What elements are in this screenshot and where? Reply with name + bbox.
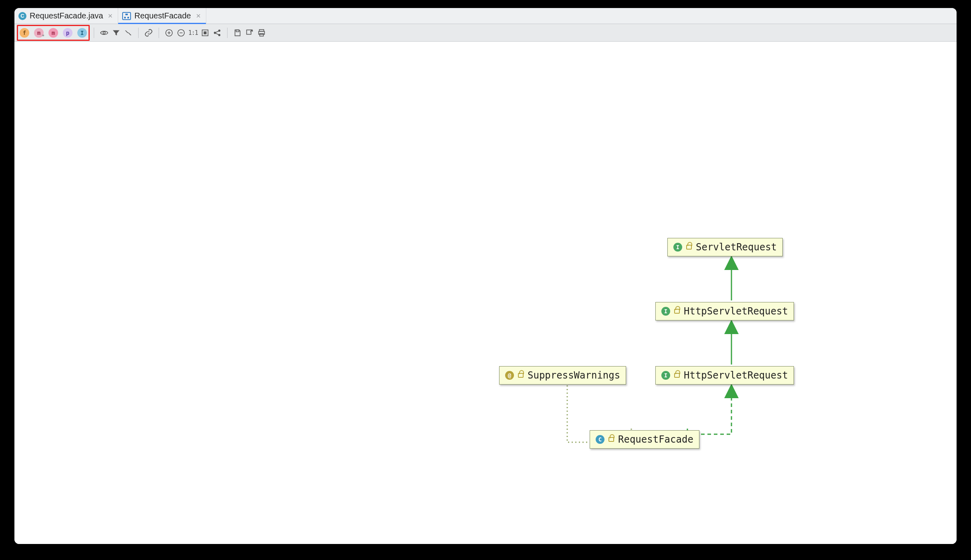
- diagram-canvas[interactable]: I ServletRequest I HttpServletRequest I …: [14, 42, 957, 544]
- toolbar-separator: [94, 28, 94, 38]
- share-button[interactable]: [211, 27, 223, 39]
- node-http-servlet-request-1[interactable]: I HttpServletRequest: [655, 302, 794, 320]
- lock-icon: [674, 309, 680, 314]
- node-label: RequestFacade: [618, 434, 693, 445]
- lock-icon: [518, 373, 524, 378]
- node-suppress-warnings[interactable]: @ SuppressWarnings: [499, 366, 626, 385]
- diagram-icon: [122, 12, 131, 20]
- zoom-actual-button[interactable]: 1:1: [187, 27, 199, 39]
- filter-constructors-button[interactable]: m: [34, 28, 44, 38]
- diagram-toolbar: f m m p I: [14, 24, 957, 42]
- edge-overlay: [14, 42, 957, 544]
- zoom-in-button[interactable]: [163, 27, 175, 39]
- close-icon[interactable]: ✕: [196, 12, 201, 20]
- tab-label: RequestFacade.java: [30, 11, 103, 20]
- filter-methods-button[interactable]: m: [48, 28, 58, 38]
- export-button[interactable]: [244, 27, 256, 39]
- filter-button[interactable]: [110, 27, 122, 39]
- svg-rect-4: [204, 32, 206, 34]
- lock-icon: [608, 437, 614, 442]
- node-http-servlet-request-2[interactable]: I HttpServletRequest: [655, 366, 794, 385]
- node-label: HttpServletRequest: [684, 306, 788, 317]
- zoom-out-button[interactable]: [175, 27, 187, 39]
- interface-badge-icon: I: [661, 371, 670, 380]
- toolbar-separator: [159, 28, 159, 38]
- close-icon[interactable]: ✕: [108, 12, 113, 20]
- save-button[interactable]: [232, 27, 244, 39]
- filter-fields-button[interactable]: f: [20, 28, 29, 38]
- editor-tabbar: C RequestFacade.java ✕ RequestFacade ✕: [14, 8, 957, 24]
- class-badge-icon: C: [596, 435, 604, 444]
- tab-requestfacade-diagram[interactable]: RequestFacade ✕: [118, 8, 206, 24]
- link-button[interactable]: [143, 27, 155, 39]
- tab-label: RequestFacade: [134, 11, 191, 20]
- lock-icon: [686, 245, 692, 250]
- class-icon: C: [18, 12, 26, 20]
- svg-point-7: [219, 34, 220, 36]
- visibility-button[interactable]: [98, 27, 110, 39]
- annotation-badge-icon: @: [505, 371, 514, 380]
- svg-point-0: [103, 32, 105, 34]
- tab-requestfacade-java[interactable]: C RequestFacade.java ✕: [14, 8, 118, 24]
- node-label: ServletRequest: [696, 242, 777, 253]
- toolbar-separator: [138, 28, 139, 38]
- interface-badge-icon: I: [673, 243, 682, 252]
- lock-icon: [674, 373, 680, 378]
- filter-inner-button[interactable]: I: [77, 28, 87, 38]
- node-label: HttpServletRequest: [684, 370, 788, 381]
- toolbar-separator: [227, 28, 228, 38]
- svg-point-5: [214, 32, 216, 34]
- node-label: SuppressWarnings: [528, 370, 620, 381]
- node-servlet-request[interactable]: I ServletRequest: [667, 238, 783, 256]
- node-request-facade[interactable]: C RequestFacade: [590, 430, 699, 449]
- fit-content-button[interactable]: [199, 27, 211, 39]
- filter-properties-button[interactable]: p: [63, 28, 73, 38]
- category-filters-highlight: f m m p I: [17, 25, 90, 41]
- svg-rect-8: [236, 30, 239, 32]
- interface-badge-icon: I: [661, 307, 670, 316]
- svg-point-6: [219, 30, 220, 31]
- svg-rect-12: [260, 33, 263, 36]
- print-button[interactable]: [256, 27, 268, 39]
- layout-button[interactable]: [122, 27, 134, 39]
